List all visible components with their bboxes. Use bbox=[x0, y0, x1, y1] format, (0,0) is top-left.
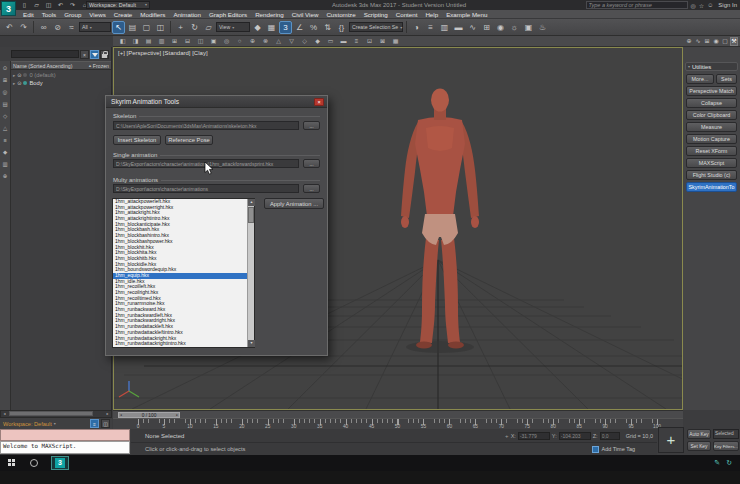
align-icon[interactable]: ≡ bbox=[424, 21, 437, 34]
key-set-dropdown[interactable]: Selected bbox=[713, 429, 739, 439]
menu-item[interactable]: Customize bbox=[322, 10, 359, 19]
column-frozen-header[interactable]: Frozen bbox=[93, 63, 109, 69]
undo-icon[interactable]: ↶ bbox=[3, 21, 16, 34]
viewport-label[interactable]: [+] [Perspective] [Standard] [Clay] bbox=[118, 50, 208, 56]
explorer-tool-icon[interactable]: ◆ bbox=[3, 149, 7, 155]
isolate-selection-icon[interactable]: ≡ bbox=[90, 419, 99, 428]
menu-item[interactable]: Graph Editors bbox=[205, 10, 251, 19]
explorer-tool-icon[interactable]: ⊙ bbox=[3, 65, 8, 71]
utility-button[interactable]: MAXScript bbox=[686, 158, 737, 168]
add-time-tag[interactable]: Add Time Tag bbox=[592, 446, 657, 453]
explorer-tool-icon[interactable]: ≡ bbox=[3, 137, 6, 143]
explorer-tool-icon[interactable]: ▤ bbox=[2, 101, 7, 107]
toolbar-icon[interactable]: ▤ bbox=[144, 37, 153, 46]
reference-pose-button[interactable]: Reference Pose bbox=[165, 135, 213, 145]
toolbar-icon[interactable]: ⊡ bbox=[365, 37, 374, 46]
selection-region-icon[interactable]: ▢ bbox=[140, 21, 153, 34]
select-manipulate-icon[interactable]: ◆ bbox=[251, 21, 264, 34]
object-name-label[interactable]: Body bbox=[29, 80, 42, 86]
insert-skeleton-button[interactable]: Insert Skeleton bbox=[113, 135, 161, 145]
curve-editor-icon[interactable]: ∿ bbox=[466, 21, 479, 34]
rendered-frame-icon[interactable]: ▣ bbox=[522, 21, 535, 34]
filter-icon[interactable] bbox=[90, 50, 99, 59]
column-name-header[interactable]: Name (Sorted Ascending) bbox=[13, 63, 88, 69]
scroll-down-icon[interactable]: ▼ bbox=[248, 340, 255, 347]
spinner-snap-icon[interactable]: ⇅ bbox=[321, 21, 334, 34]
redo-icon[interactable]: ↷ bbox=[68, 1, 77, 9]
scroll-left-icon[interactable]: ◂ bbox=[1, 411, 8, 417]
pen-tray-icon[interactable]: ✎ bbox=[714, 458, 720, 468]
visibility-eye-icon[interactable]: ⊙ bbox=[17, 72, 21, 78]
auto-key-button[interactable]: Auto Key bbox=[687, 429, 711, 439]
animation-listbox[interactable]: 1hm_attackpowerleft.hkx1hm_attackpowerri… bbox=[112, 198, 255, 348]
percent-snap-icon[interactable]: % bbox=[307, 21, 320, 34]
bind-to-spacewarp-icon[interactable]: ≈ bbox=[65, 21, 78, 34]
add-icon[interactable]: + bbox=[658, 427, 684, 453]
expand-arrow-icon[interactable]: ▸ bbox=[13, 81, 15, 86]
menu-item[interactable]: Tools bbox=[38, 10, 60, 19]
key-filters-button[interactable]: Key Filters... bbox=[713, 441, 739, 451]
utilities-rollout-header[interactable]: ▾ Utilities bbox=[685, 62, 738, 71]
lock-icon[interactable] bbox=[100, 50, 109, 59]
maxscript-listener-macro-pane[interactable] bbox=[0, 429, 130, 441]
skyrim-animation-tools-utility-button[interactable]: SkyrimAnimationTo bbox=[686, 182, 737, 192]
visibility-eye-icon[interactable]: ⊙ bbox=[17, 80, 21, 86]
user-icon[interactable]: ☺ bbox=[707, 2, 713, 9]
selection-lock-icon[interactable]: ◫ bbox=[101, 419, 110, 428]
previous-frame-icon[interactable]: ◂ bbox=[120, 413, 122, 418]
scroll-right-icon[interactable]: ▸ bbox=[104, 411, 111, 417]
menu-item[interactable]: Views bbox=[85, 10, 109, 19]
save-file-icon[interactable]: ◫ bbox=[44, 1, 53, 9]
object-name-label[interactable]: 0 (default) bbox=[29, 72, 55, 78]
utility-sets-button[interactable]: Sets bbox=[716, 74, 737, 84]
search-go-icon[interactable]: ◎ bbox=[691, 2, 696, 9]
toolbar-icon[interactable]: ◧ bbox=[118, 37, 127, 46]
move-gizmo-icon[interactable]: + bbox=[505, 433, 509, 439]
redo-icon[interactable]: ↷ bbox=[17, 21, 30, 34]
windows-start-icon[interactable] bbox=[8, 459, 16, 467]
multi-animations-browse-button[interactable]: ... bbox=[303, 184, 320, 193]
toolbar-icon[interactable]: ▭ bbox=[326, 37, 335, 46]
schematic-view-icon[interactable]: ⊞ bbox=[480, 21, 493, 34]
select-and-link-icon[interactable]: ∞ bbox=[37, 21, 50, 34]
utility-button[interactable]: Reset XForm bbox=[686, 146, 737, 156]
open-file-icon[interactable]: ▱ bbox=[32, 1, 41, 9]
cortana-icon[interactable] bbox=[30, 459, 38, 467]
3dsmax-logo-icon[interactable]: 3 bbox=[1, 1, 16, 16]
explorer-tool-icon[interactable]: ⊕ bbox=[3, 173, 8, 179]
explorer-tool-icon[interactable]: ▥ bbox=[2, 161, 7, 167]
toolbar-icon[interactable]: △ bbox=[274, 37, 283, 46]
angle-snap-icon[interactable]: ∠ bbox=[293, 21, 306, 34]
workspace-selector[interactable]: Workspace: Default bbox=[3, 421, 52, 427]
toolbar-icon[interactable]: ⊠ bbox=[378, 37, 387, 46]
unlink-selection-icon[interactable]: ⊘ bbox=[51, 21, 64, 34]
utility-button[interactable]: Measure bbox=[686, 122, 737, 132]
multi-animations-path-field[interactable] bbox=[113, 184, 299, 193]
utility-button[interactable]: Flight Studio (c) bbox=[686, 170, 737, 180]
utility-button[interactable]: Motion Capture bbox=[686, 134, 737, 144]
toolbar-icon[interactable]: ⊟ bbox=[183, 37, 192, 46]
apply-animation-button[interactable]: Apply Animation ... bbox=[264, 198, 324, 209]
toolbar-icon[interactable]: ▬ bbox=[339, 37, 348, 46]
scroll-up-icon[interactable]: ▲ bbox=[248, 199, 255, 206]
expand-arrow-icon[interactable]: ▸ bbox=[13, 73, 15, 78]
time-slider[interactable]: ◂ 0 / 100 ▸ bbox=[113, 410, 683, 418]
z-coordinate-field[interactable] bbox=[600, 432, 620, 440]
ribbon-toggle-icon[interactable]: ▬ bbox=[452, 21, 465, 34]
toolbar-icon[interactable]: ◆ bbox=[313, 37, 322, 46]
tab-hierarchy-icon[interactable]: ⊞ bbox=[703, 37, 711, 46]
render-setup-icon[interactable]: ☼ bbox=[508, 21, 521, 34]
horizontal-scrollbar[interactable]: ◂ ▸ bbox=[0, 410, 112, 418]
toolbar-icon[interactable]: ▦ bbox=[391, 37, 400, 46]
explorer-tool-icon[interactable]: ⊞ bbox=[3, 77, 8, 83]
menu-item[interactable]: Content bbox=[392, 10, 422, 19]
tab-motion-icon[interactable]: ◉ bbox=[712, 37, 720, 46]
toolbar-icon[interactable]: ▽ bbox=[287, 37, 296, 46]
reference-coordinate-dropdown[interactable]: View▾ bbox=[216, 22, 250, 32]
utility-button[interactable]: Perspective Match bbox=[686, 86, 737, 96]
selection-filter-dropdown[interactable]: All▾ bbox=[79, 22, 111, 32]
toolbar-icon[interactable]: ○ bbox=[235, 37, 244, 46]
named-selection-sets-icon[interactable]: {} bbox=[335, 21, 348, 34]
menu-item[interactable]: Scripting bbox=[360, 10, 392, 19]
mirror-icon[interactable]: ◑ bbox=[410, 21, 423, 34]
